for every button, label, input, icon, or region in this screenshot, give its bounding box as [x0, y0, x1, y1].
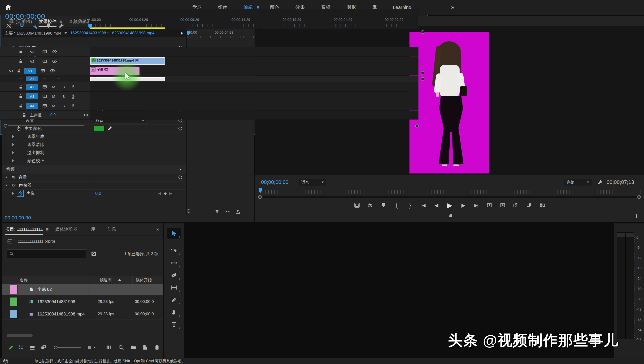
track-content-v3[interactable] — [90, 47, 418, 57]
prev-keyframe-icon[interactable]: ◀ — [158, 191, 161, 196]
extract-icon[interactable] — [499, 202, 506, 209]
zoom-slider-track[interactable] — [58, 347, 81, 348]
ec-playhead-marker[interactable] — [187, 31, 190, 36]
audio-section-header[interactable]: 音频 ▲ — [2, 165, 186, 173]
sync-lock-icon[interactable] — [42, 59, 47, 64]
track-header-a1-collapsed[interactable]: A1 — [0, 76, 90, 82]
add-marker-icon[interactable] — [46, 23, 51, 29]
sync-lock-icon[interactable] — [42, 94, 47, 99]
solo-button[interactable]: S — [61, 85, 66, 89]
toggle-visibility-eye-icon[interactable] — [52, 49, 57, 54]
settings-wrench-icon[interactable] — [597, 179, 603, 185]
toggle-visibility-eye-icon[interactable] — [52, 59, 57, 64]
compare-view-icon[interactable] — [526, 202, 533, 209]
lock-icon[interactable] — [18, 94, 23, 99]
button-editor-icon[interactable] — [539, 202, 546, 209]
sync-lock-icon[interactable] — [42, 49, 47, 54]
filter-properties-icon[interactable] — [214, 209, 220, 215]
breadcrumb[interactable]: 1111111111111.prproj — [18, 239, 55, 244]
program-current-timecode[interactable]: 00;00;00;00 — [261, 179, 288, 185]
lock-icon[interactable] — [18, 59, 23, 64]
automate-to-sequence-icon[interactable] — [106, 344, 112, 350]
track-target-v3[interactable]: V3 — [26, 49, 38, 55]
collapse-icon[interactable] — [5, 185, 8, 186]
export-icon[interactable] — [235, 209, 241, 215]
program-scrollbar-track[interactable] — [262, 196, 637, 198]
track-target-a2[interactable]: A2 — [26, 84, 38, 90]
project-row-sequence[interactable]: 1625309414831998 29.23 fps 00;00;00;0 — [2, 296, 163, 307]
lock-icon[interactable] — [16, 68, 21, 73]
track-content-a3[interactable] — [90, 92, 418, 101]
sort-icon[interactable]: ≡ — [88, 344, 91, 351]
item-name[interactable]: 1625309414831998.mp4 — [37, 312, 85, 317]
lift-icon[interactable] — [486, 202, 493, 209]
expand-icon[interactable] — [6, 176, 7, 179]
project-hscroll-handle[interactable] — [6, 334, 33, 337]
timeline-zoom-left-handle[interactable] — [4, 124, 7, 128]
find-icon[interactable] — [118, 344, 124, 350]
mark-out-icon[interactable]: } — [406, 202, 414, 209]
item-name[interactable]: 1625309414831998 — [37, 299, 75, 304]
mark-in-icon[interactable]: { — [393, 202, 400, 209]
play-button[interactable]: ▶ — [446, 202, 453, 209]
stopwatch-icon-active[interactable] — [18, 191, 23, 196]
sync-lock-icon[interactable] — [42, 84, 47, 89]
step-back-icon[interactable]: ◀| — [433, 202, 440, 209]
new-bin-icon[interactable] — [130, 344, 136, 350]
timeline-settings-wrench-icon[interactable] — [58, 23, 64, 29]
track-target-a3[interactable]: A3 — [26, 93, 38, 99]
source-indicator-v1[interactable]: V1 — [9, 69, 13, 73]
new-item-icon[interactable] — [142, 344, 148, 350]
clip-selector-caret-icon[interactable] — [64, 33, 67, 34]
mute-button[interactable]: M — [51, 85, 56, 89]
fx-badge-icon[interactable]: fx — [12, 175, 15, 180]
zoom-level-dropdown[interactable]: 适合 — [299, 179, 326, 186]
project-row-subtitle[interactable]: 字幕 02 — [2, 284, 163, 295]
stopwatch-icon[interactable] — [16, 126, 21, 131]
column-media-start[interactable]: 媒体开始 — [136, 277, 152, 283]
sync-lock-icon[interactable] — [42, 103, 47, 108]
work-area-bar[interactable] — [90, 28, 165, 29]
pan-value[interactable]: 0.0 — [95, 191, 101, 196]
sort-ascending-icon[interactable] — [118, 279, 121, 281]
tab-project[interactable]: 项目: 111111111111 — [5, 226, 43, 232]
pen-tool[interactable] — [168, 294, 180, 305]
lock-icon[interactable] — [18, 85, 23, 89]
show-timeline-view-icon[interactable] — [181, 32, 183, 35]
track-content-a4[interactable] — [90, 101, 418, 110]
toggle-visibility-eye-icon[interactable] — [50, 68, 55, 74]
mute-button[interactable]: M — [51, 94, 56, 98]
project-overflow-icon[interactable]: » — [156, 226, 159, 232]
timeline-ruler[interactable]: ;00;00 00;00;04;29 00;00;09;29 00;00;14;… — [90, 9, 418, 29]
freeform-view-icon[interactable] — [41, 344, 47, 350]
next-keyframe-icon[interactable]: ▶ — [169, 191, 172, 196]
item-name[interactable]: 字幕 02 — [37, 287, 52, 292]
lock-icon[interactable] — [18, 49, 23, 54]
track-select-forward-tool[interactable] — [168, 245, 180, 256]
tab-media-browser[interactable]: 媒体浏览器 — [55, 226, 78, 232]
expand-icon[interactable] — [12, 192, 14, 195]
fx-badge-icon[interactable]: fx — [12, 183, 15, 188]
label-swatch-blue[interactable] — [10, 310, 18, 318]
ripple-edit-tool[interactable] — [168, 258, 180, 268]
add-marker-icon[interactable] — [380, 202, 387, 209]
solo-button[interactable]: S — [61, 94, 66, 98]
mute-button[interactable]: M — [51, 104, 56, 108]
timeline-playhead-line[interactable] — [90, 28, 90, 123]
list-view-icon[interactable] — [18, 344, 24, 350]
sequence-clip-label[interactable]: 1625309414831998 * 1625309414831998.mp4 — [70, 31, 154, 36]
linked-selection-icon[interactable] — [32, 23, 38, 29]
program-ruler[interactable] — [259, 190, 641, 194]
zoom-slider-handle[interactable] — [54, 346, 58, 349]
razor-tool[interactable] — [168, 270, 180, 281]
global-fx-mute-icon[interactable]: fx — [367, 202, 374, 209]
timeline-track-resize-handle-2[interactable] — [421, 77, 424, 81]
expand-icon[interactable] — [12, 135, 14, 138]
program-scrollbar-right-handle[interactable] — [638, 195, 641, 199]
add-track-plus-icon[interactable]: + — [634, 212, 639, 220]
key-color-swatch[interactable] — [94, 126, 104, 131]
collapse-section-icon[interactable]: ▲ — [179, 167, 182, 171]
program-scrollbar-left-handle[interactable] — [258, 195, 262, 199]
expand-icon[interactable] — [12, 159, 14, 162]
voiceover-mic-icon[interactable] — [70, 84, 76, 89]
